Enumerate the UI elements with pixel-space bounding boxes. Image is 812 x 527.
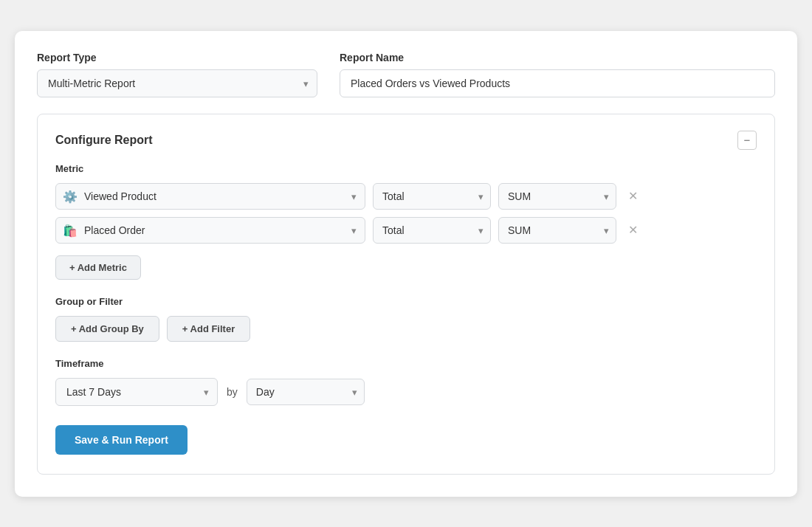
report-name-label: Report Name: [340, 52, 775, 63]
report-type-label: Report Type: [37, 52, 317, 63]
metric-row-2: 🛍️ Placed Order Viewed Product Added to …: [55, 217, 757, 244]
metric-1-function-select[interactable]: SUM AVG COUNT: [498, 183, 616, 210]
group-filter-row: + Add Group By + Add Filter: [55, 316, 757, 342]
metric-1-remove-button[interactable]: ✕: [624, 187, 642, 205]
report-name-group: Report Name: [340, 52, 775, 97]
by-label: by: [227, 386, 238, 398]
report-type-select[interactable]: Multi-Metric Report Single Metric Report: [37, 69, 317, 97]
report-type-select-wrapper: Multi-Metric Report Single Metric Report…: [37, 69, 317, 97]
top-row: Report Type Multi-Metric Report Single M…: [37, 52, 775, 97]
metric-1-function-wrapper: SUM AVG COUNT ▾: [498, 183, 616, 210]
configure-header: Configure Report −: [55, 131, 757, 150]
timeframe-granularity-wrapper: Day Week Month ▾: [247, 379, 365, 405]
metric-1-select[interactable]: Viewed Product Placed Order Added to Car…: [55, 183, 365, 210]
save-run-button[interactable]: Save & Run Report: [55, 425, 187, 455]
report-type-group: Report Type Multi-Metric Report Single M…: [37, 52, 317, 97]
metric-2-remove-button[interactable]: ✕: [624, 221, 642, 239]
metric-1-aggregation-select[interactable]: Total Unique Per User: [373, 183, 491, 210]
metric-1-aggregation-wrapper: Total Unique Per User ▾: [373, 183, 491, 210]
main-card: Report Type Multi-Metric Report Single M…: [15, 31, 797, 497]
add-group-by-button[interactable]: + Add Group By: [55, 316, 159, 342]
metric-1-select-wrapper: ⚙️ Viewed Product Placed Order Added to …: [55, 183, 365, 210]
metric-2-function-wrapper: SUM AVG COUNT ▾: [498, 217, 616, 244]
report-name-input[interactable]: [340, 69, 775, 97]
collapse-button[interactable]: −: [737, 131, 757, 150]
metric-section-label: Metric: [55, 163, 757, 174]
timeframe-period-wrapper: Last 7 Days Last 14 Days Last 30 Days La…: [55, 378, 218, 406]
timeframe-granularity-select[interactable]: Day Week Month: [247, 379, 365, 405]
timeframe-label: Timeframe: [55, 358, 757, 369]
metric-row-1: ⚙️ Viewed Product Placed Order Added to …: [55, 183, 757, 210]
metric-2-remove-icon: ✕: [628, 224, 638, 236]
configure-title: Configure Report: [55, 134, 153, 147]
add-filter-button[interactable]: + Add Filter: [167, 316, 250, 342]
metric-1-remove-icon: ✕: [628, 190, 638, 202]
metric-section: Metric ⚙️ Viewed Product Placed Order Ad…: [55, 163, 757, 280]
metric-2-select-wrapper: 🛍️ Placed Order Viewed Product Added to …: [55, 217, 365, 244]
add-metric-button[interactable]: + Add Metric: [55, 255, 141, 280]
group-filter-section: Group or Filter + Add Group By + Add Fil…: [55, 296, 757, 342]
group-filter-label: Group or Filter: [55, 296, 757, 307]
collapse-icon: −: [744, 134, 751, 145]
metric-2-function-select[interactable]: SUM AVG COUNT: [498, 217, 616, 244]
configure-section: Configure Report − Metric ⚙️ Viewed Prod…: [37, 114, 775, 475]
timeframe-section: Timeframe Last 7 Days Last 14 Days Last …: [55, 358, 757, 406]
timeframe-row: Last 7 Days Last 14 Days Last 30 Days La…: [55, 378, 757, 406]
timeframe-period-select[interactable]: Last 7 Days Last 14 Days Last 30 Days La…: [55, 378, 218, 406]
metric-2-aggregation-select[interactable]: Total Unique Per User: [373, 217, 491, 244]
metric-2-aggregation-wrapper: Total Unique Per User ▾: [373, 217, 491, 244]
metric-2-select[interactable]: Placed Order Viewed Product Added to Car…: [55, 217, 365, 244]
